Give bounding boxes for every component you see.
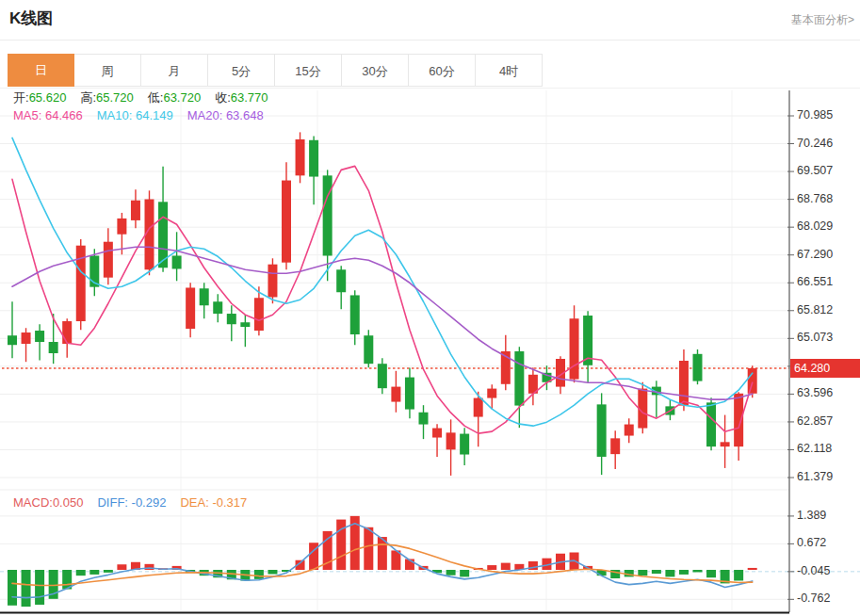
price-tick-label: 65.073 — [797, 331, 833, 344]
price-tick-label: 65.812 — [797, 303, 833, 316]
legend-item: MA20: 63.648 — [187, 108, 264, 122]
ma-legend: MA5: 64.466MA10: 64.149MA20: 63.648 — [13, 108, 278, 122]
legend-item: 收:63.770 — [215, 90, 268, 105]
macd-tick-label: -0.762 — [797, 592, 830, 605]
price-tick-label: 62.118 — [797, 442, 832, 455]
price-tick-label: 63.596 — [797, 386, 833, 399]
current-price-badge: 64.280 — [790, 359, 860, 378]
legend-item: MA5: 64.466 — [13, 108, 83, 122]
legend-item: MACD:0.050 — [13, 495, 83, 510]
ohlc-legend: 开:65.620高:65.720低:63.720收:63.770 — [13, 89, 283, 106]
macd-legend: MACD:0.050DIFF: -0.292DEA: -0.317 — [13, 495, 261, 510]
legend-item: 高:65.720 — [80, 90, 133, 105]
price-tick-label: 67.290 — [797, 248, 833, 261]
price-tick-label: 61.379 — [797, 470, 833, 483]
legend-item: MA10: 64.149 — [97, 108, 173, 122]
price-tick-label: 70.246 — [797, 137, 833, 150]
legend-item: DIFF: -0.292 — [97, 495, 166, 510]
price-tick-label: 69.507 — [797, 164, 833, 177]
price-tick-label: 62.857 — [797, 414, 833, 428]
macd-tick-label: -0.045 — [797, 564, 830, 577]
legend-item: 低:63.720 — [148, 90, 201, 105]
price-tick-label: 68.768 — [797, 192, 833, 205]
macd-tick-label: 1.389 — [797, 509, 826, 522]
price-tick-label: 66.551 — [797, 275, 833, 288]
macd-tick-label: 0.672 — [797, 536, 826, 549]
price-tick-label: 70.985 — [797, 108, 833, 122]
legend-item: DEA: -0.317 — [180, 495, 247, 510]
price-tick-label: 68.029 — [797, 219, 833, 233]
legend-item: 开:65.620 — [13, 90, 66, 105]
